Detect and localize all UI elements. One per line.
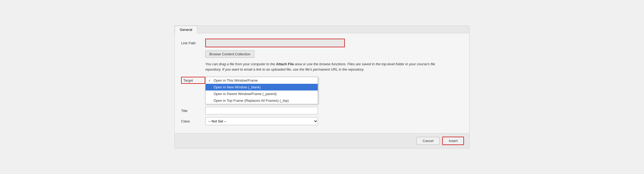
tab-bar: General	[175, 26, 469, 33]
target-row: Target ✓ Open in This Window/Frame Open …	[181, 77, 463, 104]
class-select[interactable]: -- Not Set --	[205, 117, 318, 125]
browse-content-button[interactable]: Browse Content Collection	[205, 50, 254, 58]
class-label: Class	[181, 119, 205, 123]
cancel-button[interactable]: Cancel	[416, 137, 440, 145]
target-label: Target	[181, 77, 205, 84]
target-option-parent[interactable]: Open in Parent Window/Frame (_parent)	[206, 90, 318, 97]
target-dropdown[interactable]: ✓ Open in This Window/Frame Open in New …	[205, 77, 318, 104]
target-option-top[interactable]: Open in Top Frame (Replaces All Frames) …	[206, 97, 318, 104]
no-check-icon3	[208, 99, 212, 103]
check-icon: ✓	[208, 79, 212, 82]
dialog-container: General Link Path Browse Content Collect…	[174, 26, 470, 148]
footer: Cancel Insert	[175, 133, 469, 148]
title-label: Title	[181, 109, 205, 113]
link-path-input[interactable]	[205, 39, 345, 47]
target-option-self-label: Open in This Window/Frame	[214, 78, 258, 82]
no-check-icon2	[208, 92, 212, 96]
no-check-icon	[208, 85, 212, 89]
class-row: Class -- Not Set --	[181, 117, 463, 125]
info-text: You can drag a file from your computer t…	[205, 61, 447, 72]
target-option-top-label: Open in Top Frame (Replaces All Frames) …	[214, 99, 289, 103]
insert-button[interactable]: Insert	[442, 137, 464, 145]
target-option-blank[interactable]: Open in New Window (_blank)	[206, 84, 318, 90]
target-dropdown-list: ✓ Open in This Window/Frame Open in New …	[205, 77, 318, 104]
title-input[interactable]	[205, 107, 318, 114]
target-option-self[interactable]: ✓ Open in This Window/Frame	[206, 77, 318, 84]
target-option-parent-label: Open in Parent Window/Frame (_parent)	[214, 92, 277, 96]
tab-general[interactable]: General	[175, 26, 197, 33]
info-text-part1: You can drag a file from your computer t…	[205, 62, 276, 66]
target-option-blank-label: Open in New Window (_blank)	[214, 85, 261, 89]
title-row: Title	[181, 107, 463, 114]
content-area: Link Path Browse Content Collection You …	[175, 33, 469, 133]
info-text-bold: Attach File	[276, 62, 294, 66]
link-path-label: Link Path	[181, 41, 205, 45]
link-path-row: Link Path	[181, 39, 463, 47]
